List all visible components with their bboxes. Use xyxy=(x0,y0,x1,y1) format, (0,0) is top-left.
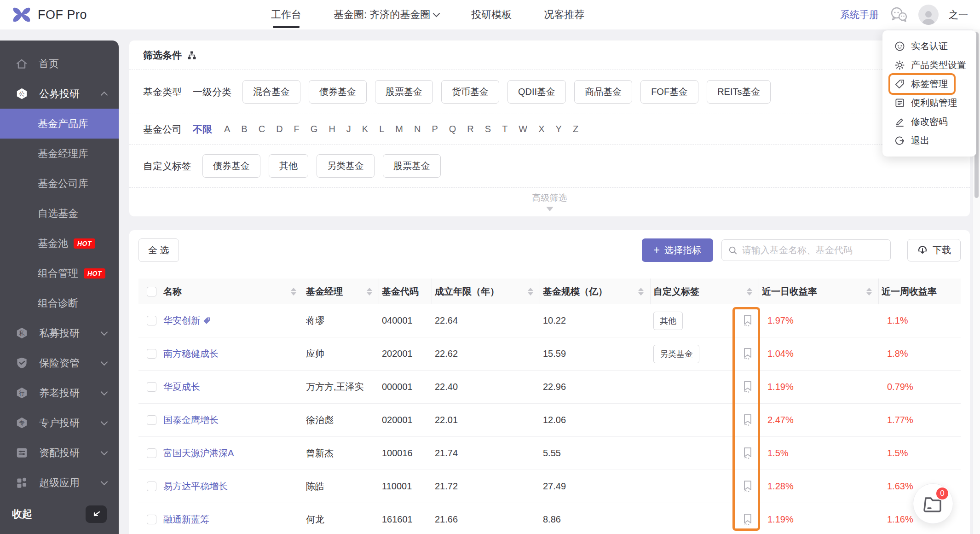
company-letter[interactable]: Z xyxy=(573,124,578,134)
fund-type-option-stock[interactable]: 股票基金 xyxy=(375,80,433,104)
menu-item-logout[interactable]: 退出 xyxy=(882,131,976,150)
sort-icon[interactable] xyxy=(638,288,644,296)
company-letter[interactable]: H xyxy=(329,124,335,134)
company-letter[interactable]: D xyxy=(276,124,282,134)
sidebar-item-fund-pool[interactable]: 基金池HOT xyxy=(0,228,119,258)
sitemap-icon[interactable] xyxy=(187,51,196,60)
fund-name-link[interactable]: 华安创新 xyxy=(163,314,211,327)
sidebar-item-portfolio-diagnosis[interactable]: 组合诊断 xyxy=(0,288,119,318)
sort-icon[interactable] xyxy=(866,288,872,296)
collapse-sidebar-button[interactable] xyxy=(86,505,107,523)
sidebar-item-insurance-asset-mgmt[interactable]: 保险资管 xyxy=(0,348,119,378)
fund-type-option-bond[interactable]: 债券基金 xyxy=(309,80,367,104)
menu-item-real-name-auth[interactable]: 实名认证 xyxy=(882,37,976,56)
fund-type-option-fof[interactable]: FOF基金 xyxy=(640,80,698,104)
row-checkbox[interactable] xyxy=(147,515,156,524)
fund-name-link[interactable]: 南方稳健成长 xyxy=(163,348,219,360)
floating-compare-folder-button[interactable]: 0 xyxy=(913,483,953,524)
fund-name-link[interactable]: 富国天源沪港深A xyxy=(163,447,234,459)
fund-type-option-reits[interactable]: REITs基金 xyxy=(707,80,771,104)
company-letter[interactable]: B xyxy=(241,124,247,134)
triangle-down-icon[interactable] xyxy=(546,207,553,211)
custom-tag-option-other[interactable]: 其他 xyxy=(269,154,308,178)
fund-search-box[interactable] xyxy=(721,239,891,261)
company-letter[interactable]: A xyxy=(224,124,230,134)
edit-tag-bookmark-icon[interactable] xyxy=(733,380,759,394)
row-checkbox[interactable] xyxy=(147,448,156,458)
fund-name-link[interactable]: 融通新蓝筹 xyxy=(163,513,209,526)
sidebar-item-fund-company-library[interactable]: 基金公司库 xyxy=(0,168,119,198)
fund-type-option-money[interactable]: 货币基金 xyxy=(441,80,499,104)
fund-type-option-commodity[interactable]: 商品基金 xyxy=(574,80,632,104)
company-letter[interactable]: S xyxy=(485,124,491,134)
fund-search-input[interactable] xyxy=(742,245,884,255)
company-letter[interactable]: J xyxy=(346,124,351,134)
custom-tag-option-bond[interactable]: 债券基金 xyxy=(202,154,260,178)
company-letter[interactable]: Q xyxy=(449,124,456,134)
sidebar-item-watchlist-funds[interactable]: 自选基金 xyxy=(0,198,119,228)
download-button[interactable]: 下载 xyxy=(907,239,961,261)
company-letter[interactable]: G xyxy=(311,124,318,134)
edit-tag-bookmark-icon[interactable] xyxy=(733,513,759,526)
menu-item-product-type-settings[interactable]: 产品类型设置 xyxy=(882,56,976,75)
row-checkbox[interactable] xyxy=(147,382,156,392)
edit-tag-bookmark-icon[interactable] xyxy=(733,314,759,327)
company-letter[interactable]: C xyxy=(259,124,265,134)
choose-indicator-button[interactable]: + 选择指标 xyxy=(642,238,713,262)
sort-icon[interactable] xyxy=(747,288,752,296)
sidebar-item-special-account-research[interactable]: 专 专户投研 xyxy=(0,408,119,438)
sort-icon[interactable] xyxy=(291,288,296,296)
custom-tag-option-alternative[interactable]: 另类基金 xyxy=(317,154,375,178)
sidebar-item-home[interactable]: 首页 xyxy=(0,49,119,79)
company-letter[interactable]: X xyxy=(538,124,544,134)
nav-fund-circle[interactable]: 基金圈: 齐济的基金圈 xyxy=(334,1,439,28)
fund-name-link[interactable]: 易方达平稳增长 xyxy=(163,480,228,493)
nav-workbench[interactable]: 工作台 xyxy=(271,1,301,28)
company-letter[interactable]: T xyxy=(502,124,507,134)
sort-icon[interactable] xyxy=(528,288,533,296)
fund-name-link[interactable]: 国泰金鹰增长 xyxy=(163,414,219,426)
edit-tag-bookmark-icon[interactable] xyxy=(733,347,759,360)
row-checkbox[interactable] xyxy=(147,349,156,359)
company-letter[interactable]: R xyxy=(467,124,473,134)
select-all-checkbox[interactable] xyxy=(147,287,156,296)
fund-name-link[interactable]: 华夏成长 xyxy=(163,381,200,393)
wechat-icon[interactable] xyxy=(889,6,908,23)
sidebar-item-portfolio-management[interactable]: 组合管理HOT xyxy=(0,258,119,288)
company-letter[interactable]: F xyxy=(294,124,300,134)
company-letter[interactable]: M xyxy=(395,124,403,134)
company-letter[interactable]: P xyxy=(432,124,438,134)
sidebar-item-fund-product-library[interactable]: 基金产品库 xyxy=(0,109,119,139)
company-letter[interactable]: K xyxy=(362,124,368,134)
edit-tag-bookmark-icon[interactable] xyxy=(733,413,759,427)
company-letter[interactable]: Y xyxy=(556,124,562,134)
row-checkbox[interactable] xyxy=(147,316,156,325)
fund-type-option-qdii[interactable]: QDII基金 xyxy=(507,80,566,104)
user-avatar[interactable] xyxy=(918,5,939,25)
select-all-button[interactable]: 全 选 xyxy=(138,238,179,262)
sidebar-item-fund-manager-library[interactable]: 基金经理库 xyxy=(0,139,119,168)
sidebar-item-pension-research[interactable]: 行 养老投研 xyxy=(0,378,119,408)
sidebar-item-asset-allocation-research[interactable]: 资配投研 xyxy=(0,438,119,468)
sort-icon[interactable] xyxy=(367,288,372,296)
menu-item-sticky-notes[interactable]: 便利贴管理 xyxy=(882,93,976,112)
edit-tag-bookmark-icon[interactable] xyxy=(733,447,759,460)
nav-research-template[interactable]: 投研模板 xyxy=(471,1,512,28)
edit-tag-bookmark-icon[interactable] xyxy=(733,480,759,493)
sidebar-item-private-fund-research[interactable]: 私 私募投研 xyxy=(0,318,119,348)
company-letter[interactable]: W xyxy=(519,124,527,134)
row-checkbox[interactable] xyxy=(147,482,156,491)
row-checkbox[interactable] xyxy=(147,415,156,425)
custom-tag-option-stock[interactable]: 股票基金 xyxy=(383,154,441,178)
advanced-filter-toggle[interactable]: 高级筛选 xyxy=(532,192,567,204)
username-label[interactable]: 之一 xyxy=(949,8,968,21)
company-letter[interactable]: N xyxy=(414,124,421,134)
company-letter[interactable]: L xyxy=(379,124,384,134)
system-manual-link[interactable]: 系统手册 xyxy=(840,8,879,21)
nav-recommend[interactable]: 况客推荐 xyxy=(544,1,584,28)
fund-type-option-mixed[interactable]: 混合基金 xyxy=(242,80,300,104)
menu-item-change-password[interactable]: 修改密码 xyxy=(882,112,976,131)
company-filter-all[interactable]: 不限 xyxy=(193,123,212,136)
sidebar-item-public-fund-research[interactable]: 公 公募投研 xyxy=(0,79,119,109)
sidebar-item-super-apps[interactable]: 超级应用 xyxy=(0,468,119,498)
